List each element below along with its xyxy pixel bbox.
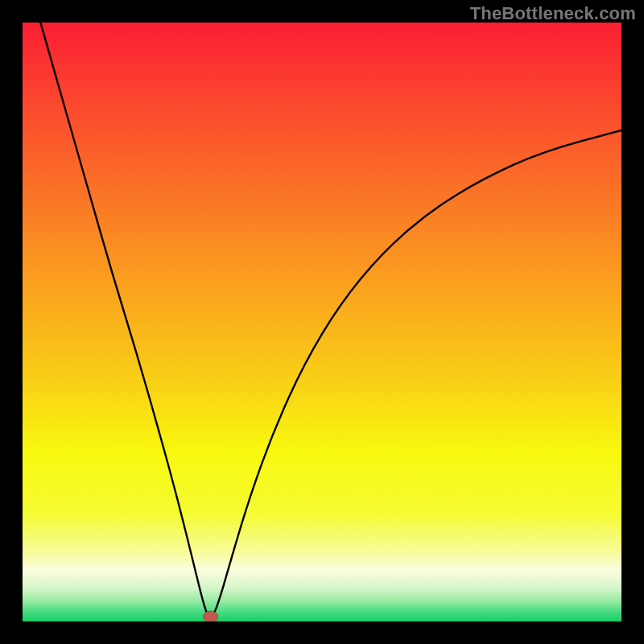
chart-plot-area	[23, 23, 621, 621]
watermark-text: TheBottleneck.com	[470, 3, 636, 24]
optimum-marker	[204, 611, 218, 621]
chart-frame: TheBottleneck.com	[0, 0, 644, 644]
chart-svg	[23, 23, 621, 621]
bottleneck-curve	[40, 23, 621, 617]
